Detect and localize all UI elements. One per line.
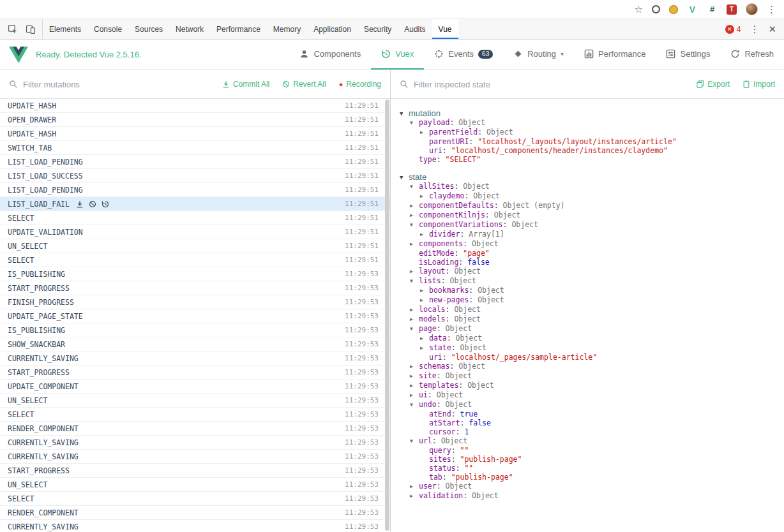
state-tree-node[interactable]: ▼allSites: Object <box>391 182 784 191</box>
mutation-row[interactable]: CURRENTLY_SAVING11:29:53 <box>0 450 390 464</box>
state-tree-node[interactable]: ▼url: Object <box>391 436 784 446</box>
browser-menu-icon[interactable]: ⋮ <box>767 4 776 14</box>
filter-state-input[interactable] <box>414 80 691 89</box>
state-tree-node[interactable]: editMode: "page" <box>391 249 784 258</box>
mutation-row[interactable]: UPDATE_PAGE_STATE11:29:53 <box>0 309 390 323</box>
tab-components[interactable]: Components <box>289 40 371 70</box>
state-tree-node[interactable]: ▶site: Object <box>391 371 784 381</box>
expand-icon[interactable]: ▶ <box>410 267 419 276</box>
mutation-row[interactable]: IS_PUBLISHING11:29:53 <box>0 323 390 337</box>
collapse-icon[interactable]: ▼ <box>410 221 419 230</box>
state-tree-node[interactable]: isLoading: false <box>391 258 784 267</box>
mutation-row[interactable]: UN_SELECT11:29:53 <box>0 394 390 408</box>
devtools-close-icon[interactable]: ✕ <box>768 24 776 35</box>
state-tree-node[interactable]: ▶componentKilnjs: Object <box>391 211 784 220</box>
filter-mutations-input[interactable] <box>23 80 217 89</box>
refresh-button[interactable]: Refresh <box>720 40 784 70</box>
mutation-row[interactable]: CURRENTLY_SAVING11:29:53 <box>0 351 390 366</box>
state-section-header[interactable]: ▼mutation <box>391 109 784 118</box>
commit-icon[interactable] <box>76 200 84 208</box>
expand-icon[interactable]: ▶ <box>410 362 419 371</box>
expand-icon[interactable]: ▶ <box>420 128 429 137</box>
collapse-icon[interactable]: ▼ <box>410 325 419 334</box>
devtools-tab-security[interactable]: Security <box>358 19 398 39</box>
state-tree-node[interactable]: ▶locals: Object <box>391 305 784 314</box>
expand-icon[interactable]: ▶ <box>420 286 429 295</box>
state-tree-node[interactable]: uri: "localhost/_components/header/insta… <box>391 146 784 155</box>
state-tree-node[interactable]: ▶state: Object <box>391 343 784 353</box>
state-tree-node[interactable]: ▶validation: Object <box>391 491 784 501</box>
revert-all-button[interactable]: Revert All <box>282 80 326 89</box>
expand-icon[interactable]: ▶ <box>410 315 419 324</box>
collapse-icon[interactable]: ▼ <box>400 109 409 118</box>
state-tree-node[interactable]: tab: "publish-page" <box>391 473 784 482</box>
state-tree-node[interactable]: atStart: false <box>391 418 784 427</box>
device-toolbar-icon[interactable] <box>23 22 38 37</box>
devtools-tab-console[interactable]: Console <box>87 19 128 39</box>
expand-icon[interactable]: ▶ <box>420 334 429 343</box>
expand-icon[interactable]: ▶ <box>410 211 419 220</box>
expand-icon[interactable]: ▶ <box>410 391 419 400</box>
mutation-row[interactable]: LIST_LOAD_PENDING11:29:51 <box>0 183 390 197</box>
devtools-tab-elements[interactable]: Elements <box>43 19 87 39</box>
state-tree-node[interactable]: ▶models: Object <box>391 314 784 324</box>
extension-honeycomb-icon[interactable] <box>669 5 678 14</box>
extension-grid-icon[interactable]: # <box>707 4 718 15</box>
collapse-icon[interactable]: ▼ <box>410 182 419 191</box>
mutation-row[interactable]: START_PROGRESS11:29:53 <box>0 281 390 295</box>
state-tree-node[interactable]: ▶divider: Array[1] <box>391 230 784 239</box>
mutation-row[interactable]: UPDATE_HASH11:29:51 <box>0 99 390 113</box>
mutation-row[interactable]: CURRENTLY_SAVING11:29:53 <box>0 436 390 450</box>
state-tree-node[interactable]: sites: "publish-page" <box>391 455 784 464</box>
devtools-menu-icon[interactable]: ⋮ <box>750 24 759 35</box>
mutation-row[interactable]: IS_PUBLISHING11:29:53 <box>0 267 390 281</box>
recording-toggle[interactable]: ● Recording <box>339 80 381 89</box>
state-section-header[interactable]: ▼state <box>391 173 784 182</box>
mutation-row[interactable]: UN_SELECT11:29:51 <box>0 239 390 253</box>
mutation-row[interactable]: UPDATE_HASH11:29:51 <box>0 127 390 141</box>
devtools-tab-sources[interactable]: Sources <box>128 19 169 39</box>
state-tree-node[interactable]: cursor: 1 <box>391 427 784 436</box>
mutation-row[interactable]: UN_SELECT11:29:53 <box>0 478 390 492</box>
devtools-tab-performance[interactable]: Performance <box>210 19 267 39</box>
profile-avatar[interactable] <box>746 3 758 15</box>
devtools-tab-memory[interactable]: Memory <box>267 19 307 39</box>
inspect-element-icon[interactable] <box>5 22 20 37</box>
extension-ring-icon[interactable] <box>652 5 660 13</box>
state-tree-node[interactable]: uri: "localhost/_pages/sample-article" <box>391 353 784 362</box>
mutation-row[interactable]: LIST_LOAD_SUCCESS11:29:51 <box>0 169 390 183</box>
mutation-row[interactable]: LIST_LOAD_FAIL11:29:51 <box>0 197 390 211</box>
import-button[interactable]: Import <box>743 80 775 89</box>
state-tree-node[interactable]: status: "" <box>391 464 784 473</box>
extension-vue-icon[interactable]: V <box>687 4 698 15</box>
state-tree-node[interactable]: ▼payload: Object <box>391 118 784 128</box>
expand-icon[interactable]: ▶ <box>410 492 419 501</box>
state-tree-node[interactable]: ▼lists: Object <box>391 276 784 286</box>
collapse-icon[interactable]: ▼ <box>400 173 409 182</box>
extension-t-icon[interactable]: T <box>727 4 737 15</box>
devtools-tab-vue[interactable]: Vue <box>432 19 458 39</box>
mutations-scrollbar[interactable] <box>385 100 389 531</box>
expand-icon[interactable]: ▶ <box>410 202 419 211</box>
bookmark-star-icon[interactable]: ☆ <box>635 4 643 14</box>
state-tree-node[interactable]: ▶templates: Object <box>391 381 784 390</box>
tab-vuex[interactable]: Vuex <box>371 40 424 70</box>
tab-settings[interactable]: Settings <box>656 40 720 70</box>
mutation-row[interactable]: SELECT11:29:51 <box>0 253 390 267</box>
mutation-row[interactable]: SWITCH_TAB11:29:51 <box>0 141 390 155</box>
mutation-row[interactable]: SELECT11:29:53 <box>0 492 390 506</box>
mutation-row[interactable]: CURRENTLY_SAVING11:29:53 <box>0 520 390 532</box>
state-tree-node[interactable]: ▼undo: Object <box>391 400 784 410</box>
collapse-icon[interactable]: ▼ <box>410 437 419 446</box>
mutation-row[interactable]: SELECT11:29:53 <box>0 408 390 422</box>
tab-routing[interactable]: Routing ▾ <box>503 40 574 70</box>
mutation-row[interactable]: FINISH_PROGRESS11:29:53 <box>0 295 390 309</box>
mutation-row[interactable]: OPEN_DRAWER11:29:51 <box>0 113 390 127</box>
mutation-row[interactable]: START_PROGRESS11:29:53 <box>0 464 390 478</box>
expand-icon[interactable]: ▶ <box>410 482 419 491</box>
expand-icon[interactable]: ▶ <box>410 306 419 314</box>
state-tree-node[interactable]: parentURI: "localhost/_layouts/layout/in… <box>391 137 784 146</box>
state-tree-node[interactable]: ▶components: Object <box>391 239 784 249</box>
state-tree-node[interactable]: atEnd: true <box>391 410 784 418</box>
state-tree-node[interactable]: ▶layout: Object <box>391 267 784 276</box>
